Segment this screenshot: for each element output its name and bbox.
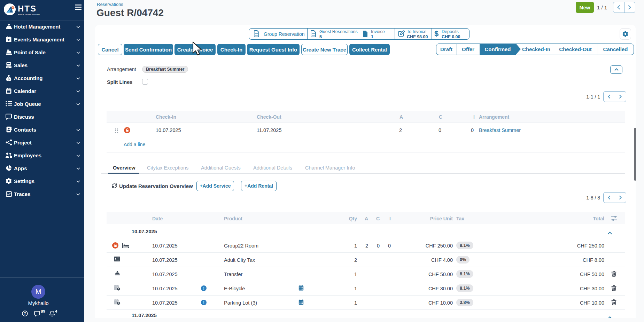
svg-text:?: ?	[24, 312, 26, 315]
